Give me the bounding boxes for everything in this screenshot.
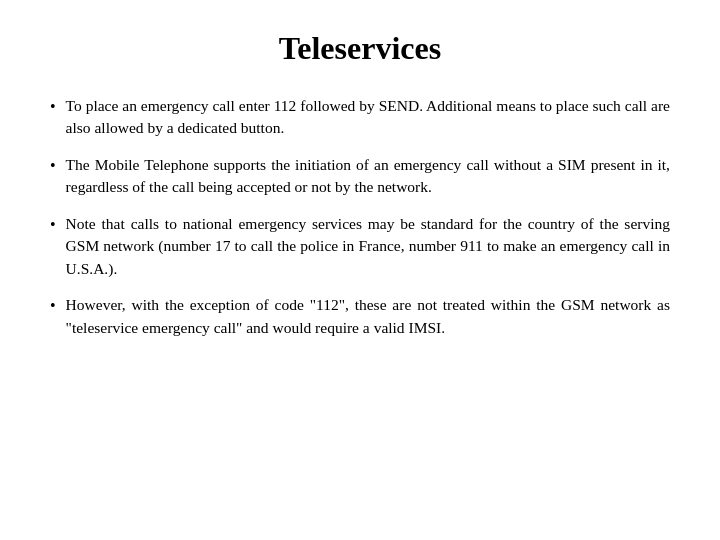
list-item-1: To place an emergency call enter 112 fol… — [50, 95, 670, 140]
bullet-text-4: However, with the exception of code "112… — [66, 294, 670, 339]
bullet-text-3: Note that calls to national emergency se… — [66, 213, 670, 280]
page: Teleservices To place an emergency call … — [0, 0, 720, 540]
bullet-list: To place an emergency call enter 112 fol… — [50, 95, 670, 339]
bullet-text-2: The Mobile Telephone supports the initia… — [66, 154, 670, 199]
bullet-text-1: To place an emergency call enter 112 fol… — [66, 95, 670, 140]
list-item-3: Note that calls to national emergency se… — [50, 213, 670, 280]
content-area: To place an emergency call enter 112 fol… — [50, 95, 670, 510]
list-item-2: The Mobile Telephone supports the initia… — [50, 154, 670, 199]
page-title: Teleservices — [50, 30, 670, 67]
list-item-4: However, with the exception of code "112… — [50, 294, 670, 339]
